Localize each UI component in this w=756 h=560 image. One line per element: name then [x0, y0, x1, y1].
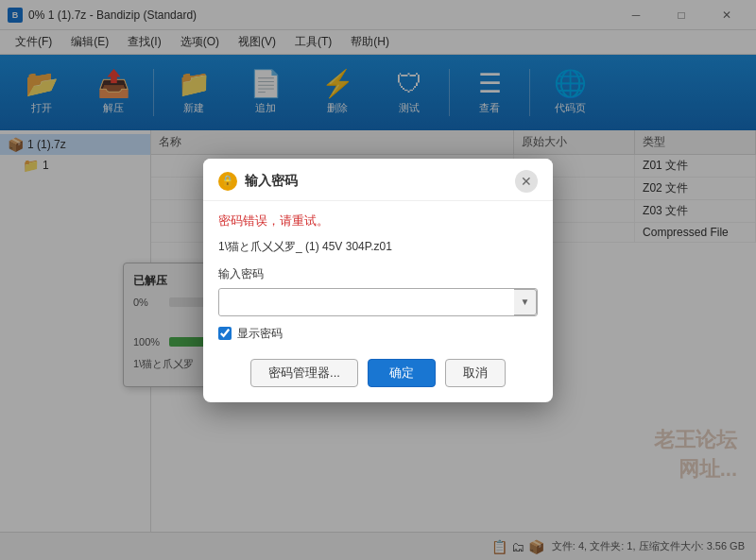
dialog-title-left: 🔒 输入密码: [218, 172, 298, 191]
ok-button[interactable]: 确定: [368, 359, 436, 387]
dialog-error-message: 密码错误，请重试。: [218, 212, 538, 229]
cancel-button[interactable]: 取消: [445, 359, 506, 387]
dialog-input-label: 输入密码: [218, 266, 538, 282]
dropdown-arrow[interactable]: ▼: [514, 289, 537, 315]
dialog-titlebar: 🔒 输入密码 ✕: [203, 159, 553, 201]
dialog-title-text: 输入密码: [245, 173, 298, 190]
show-password-label[interactable]: 显示密码: [237, 326, 283, 342]
password-dialog-overlay: 🔒 输入密码 ✕ 密码错误，请重试。 1\猫と爪㐅㐅罗_ (1) 45V 304…: [0, 0, 756, 560]
dialog-filename: 1\猫と爪㐅㐅罗_ (1) 45V 304P.z01: [218, 239, 538, 255]
show-password-checkbox[interactable]: [218, 327, 232, 340]
password-dialog: 🔒 输入密码 ✕ 密码错误，请重试。 1\猫と爪㐅㐅罗_ (1) 45V 304…: [203, 159, 553, 402]
dialog-footer: 密码管理器... 确定 取消: [218, 355, 538, 387]
lock-icon: 🔒: [218, 172, 237, 191]
password-manager-button[interactable]: 密码管理器...: [250, 359, 358, 387]
dialog-input-row: ▼: [218, 288, 538, 316]
password-input-wrapper: ▼: [218, 288, 538, 316]
show-password-row: 显示密码: [218, 326, 538, 342]
dialog-close-button[interactable]: ✕: [515, 170, 538, 193]
password-input[interactable]: [219, 289, 514, 315]
dialog-body: 密码错误，请重试。 1\猫と爪㐅㐅罗_ (1) 45V 304P.z01 输入密…: [203, 201, 553, 402]
